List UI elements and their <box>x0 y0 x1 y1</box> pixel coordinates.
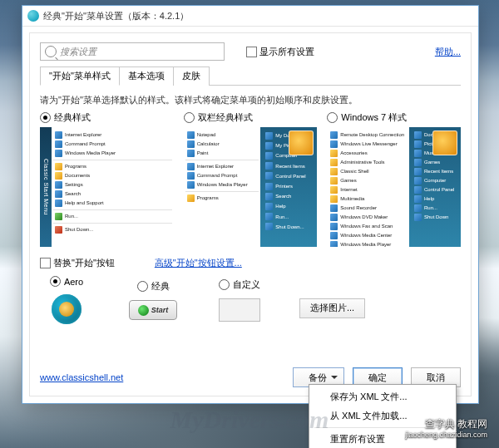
watermark-site: 查字典 教程网 jiaocheng.chazidian.com <box>405 418 487 440</box>
list-item: Shut Down... <box>264 222 314 232</box>
search-placeholder: 搜索设置 <box>60 46 96 58</box>
tab-skin[interactable]: 皮肤 <box>173 66 210 86</box>
list-item: Search <box>53 190 172 199</box>
list-item: Classic Shell <box>329 167 408 176</box>
list-item: Run... <box>53 212 172 221</box>
list-item: Internet <box>329 185 408 194</box>
list-item: Programs <box>185 194 259 203</box>
content-panel: 搜索设置 显示所有设置 帮助... "开始"菜单样式 基本选项 皮肤 请为"开始… <box>29 32 472 396</box>
style-win7[interactable]: Windows 7 样式 Remote Desktop ConnectionWi… <box>327 111 461 247</box>
user-icon <box>432 130 457 155</box>
list-item: Programs <box>53 162 172 171</box>
settings-window: 经典"开始"菜单设置（版本：4.2.1） 搜索设置 显示所有设置 帮助... "… <box>22 5 479 404</box>
radio-twocolumn[interactable] <box>184 112 195 123</box>
radio-aero[interactable] <box>50 276 61 287</box>
preview-win7: Remote Desktop ConnectionWindows Live Me… <box>327 127 461 247</box>
option-classic[interactable]: 经典 Start <box>126 280 180 320</box>
titlebar: 经典"开始"菜单设置（版本：4.2.1） <box>22 6 478 27</box>
app-icon <box>27 10 39 22</box>
radio-classic-btn[interactable] <box>137 281 148 292</box>
list-item: Help and Support <box>53 199 172 208</box>
menu-save-xml[interactable]: 保存为 XML 文件... <box>312 387 453 406</box>
style-twocolumn[interactable]: 双栏经典样式 NotepadCalculatorPaintInternet Ex… <box>184 111 318 247</box>
list-item: Windows Live Messenger <box>329 140 408 149</box>
list-item: Remote Desktop Connection <box>329 130 408 140</box>
custom-preview <box>219 298 260 322</box>
list-item: Windows Media Center <box>329 231 408 240</box>
style-description: 请为"开始"菜单选择默认的样式。该样式将确定菜单项的初始顺序和皮肤设置。 <box>40 94 461 106</box>
radio-custom[interactable] <box>219 279 230 290</box>
checkbox-icon <box>40 258 51 268</box>
list-item: Search <box>264 191 314 201</box>
list-item: Control Panel <box>264 171 314 181</box>
option-aero[interactable]: Aero <box>40 276 93 324</box>
list-item: Sound Recorder <box>329 204 408 213</box>
tab-basic[interactable]: 基本选项 <box>119 66 174 86</box>
list-item: Windows Fax and Scan <box>329 222 408 231</box>
classic-start-preview: Start <box>129 300 177 320</box>
list-item: Help <box>264 201 314 211</box>
website-link[interactable]: www.classicshell.net <box>40 372 123 382</box>
list-item: Printers <box>264 181 314 191</box>
tab-bar: "开始"菜单样式 基本选项 皮肤 <box>40 66 461 86</box>
list-item: Notepad <box>185 130 259 140</box>
list-item: Settings <box>53 180 172 190</box>
list-item: Multimedia <box>329 194 408 204</box>
preview-twocolumn: NotepadCalculatorPaintInternet ExplorerC… <box>184 127 318 247</box>
list-item: Recent Items <box>413 167 457 176</box>
replace-start-checkbox[interactable]: 替换"开始"按钮 <box>40 257 115 269</box>
search-input[interactable]: 搜索设置 <box>40 42 225 61</box>
list-item: Accessories <box>329 149 408 158</box>
list-item: Command Prompt <box>185 171 259 180</box>
list-item: Control Panel <box>413 185 457 194</box>
list-item: Shut Down... <box>53 225 172 234</box>
preview-classic-list: Internet ExplorerCommand PromptWindows M… <box>52 127 174 247</box>
aero-preview <box>52 294 82 324</box>
list-item: Shut Down <box>413 213 457 222</box>
list-item: Games <box>329 176 408 185</box>
list-item: Command Prompt <box>53 140 172 149</box>
style-classic[interactable]: 经典样式 Classic Start Menu Internet Explore… <box>40 111 174 247</box>
list-item: Internet Explorer <box>53 130 172 140</box>
list-item: Computer <box>413 176 457 185</box>
checkbox-icon <box>246 47 257 57</box>
list-item: Internet Explorer <box>185 162 259 171</box>
help-link[interactable]: 帮助... <box>435 46 461 58</box>
search-icon <box>45 46 57 57</box>
list-item: Games <box>413 158 457 167</box>
list-item: Documents <box>53 171 172 180</box>
radio-classic[interactable] <box>40 112 51 123</box>
preview-classic: Classic Start Menu Internet ExplorerComm… <box>40 127 174 247</box>
show-all-checkbox[interactable]: 显示所有设置 <box>246 46 314 58</box>
advanced-button-link[interactable]: 高级"开始"按钮设置... <box>155 257 242 269</box>
list-item: Run... <box>413 204 457 213</box>
window-title: 经典"开始"菜单设置（版本：4.2.1） <box>43 10 189 22</box>
option-custom[interactable]: 自定义 <box>213 278 266 322</box>
list-item: Administrative Tools <box>329 158 408 167</box>
list-item: Recent Items <box>264 161 314 171</box>
pick-image-button[interactable]: 选择图片... <box>299 298 365 318</box>
list-item: Windows Media Player <box>53 149 172 158</box>
list-item: Windows DVD Maker <box>329 213 408 222</box>
tab-start-style[interactable]: "开始"菜单样式 <box>40 66 120 86</box>
list-item: Help <box>413 194 457 204</box>
list-item: Calculator <box>185 140 259 149</box>
list-item: Run... <box>264 212 314 222</box>
user-icon <box>289 130 314 155</box>
radio-win7[interactable] <box>327 112 338 123</box>
list-item: Windows Media Player <box>329 240 408 247</box>
list-item: Windows Media Player <box>185 180 259 190</box>
list-item: Paint <box>185 149 259 158</box>
